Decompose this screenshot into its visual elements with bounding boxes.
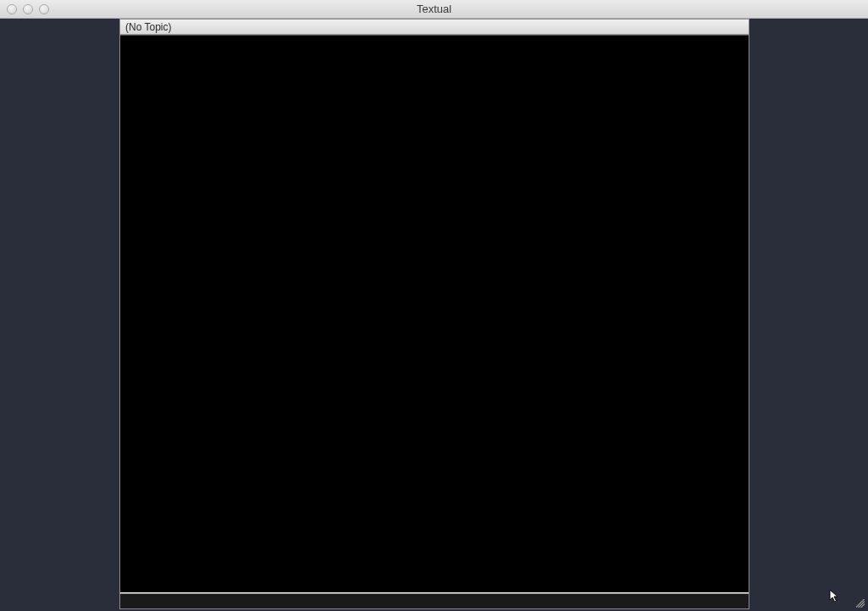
traffic-lights (0, 4, 49, 14)
chat-area[interactable] (120, 35, 749, 592)
minimize-button[interactable] (23, 4, 33, 14)
main-container: (No Topic) (119, 19, 749, 609)
input-area (120, 593, 749, 608)
window-title: Textual (417, 3, 451, 15)
topic-bar[interactable]: (No Topic) (120, 19, 749, 35)
message-input[interactable] (120, 596, 749, 610)
resize-handle[interactable] (854, 597, 866, 609)
cursor-icon (829, 589, 841, 604)
topic-label: (No Topic) (125, 21, 171, 33)
titlebar: Textual (0, 0, 868, 19)
close-button[interactable] (7, 4, 17, 14)
zoom-button[interactable] (39, 4, 49, 14)
